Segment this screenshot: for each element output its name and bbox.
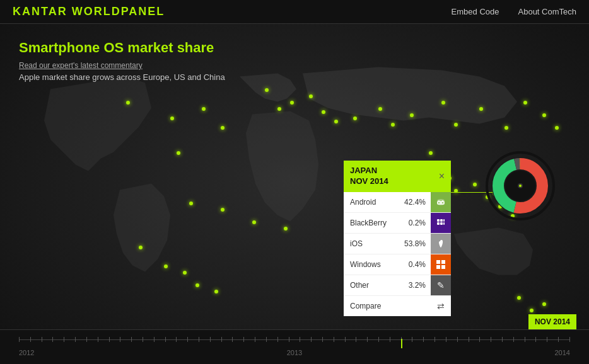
map-dot-23 — [221, 208, 225, 212]
timeline-tick-30[interactable] — [356, 337, 356, 342]
popup-compare-row[interactable]: Compare ⇄ — [344, 296, 451, 316]
map-dot-17 — [479, 107, 483, 111]
svg-rect-8 — [437, 222, 440, 225]
date-badge: NOV 2014 — [528, 314, 576, 329]
timeline-tick-42[interactable] — [491, 337, 491, 342]
map-dot-12 — [378, 107, 382, 111]
map-dot-13 — [391, 123, 395, 127]
timeline-tick-14[interactable] — [176, 337, 177, 342]
timeline-tick-31[interactable] — [367, 337, 368, 342]
timeline-tick-22[interactable] — [266, 337, 267, 342]
windows-value: 0.4% — [402, 256, 431, 273]
timeline-ticks — [19, 337, 570, 342]
timeline-tick-48[interactable] — [558, 337, 559, 342]
timeline-tick-9[interactable] — [120, 337, 120, 342]
map-dot-22 — [189, 202, 193, 205]
popup-row-ios: iOS 53.8% — [344, 234, 451, 254]
timeline-tick-33[interactable] — [390, 337, 390, 342]
timeline-tick-39[interactable] — [457, 337, 458, 342]
svg-rect-11 — [436, 260, 440, 264]
ios-label: iOS — [344, 235, 399, 253]
map-dot-16 — [454, 123, 458, 127]
timeline-tick-13[interactable] — [165, 337, 166, 342]
timeline-tick-10[interactable] — [131, 337, 132, 342]
embed-code-link[interactable]: Embed Code — [452, 7, 499, 16]
timeline-tick-26[interactable] — [311, 337, 312, 342]
timeline-tick-23[interactable] — [277, 337, 278, 342]
svg-rect-10 — [443, 222, 445, 225]
map-dot-5 — [265, 88, 269, 92]
timeline-tick-36[interactable] — [423, 337, 424, 342]
popup-row-windows: Windows 0.4% — [344, 254, 451, 275]
ios-icon — [431, 234, 451, 254]
popup-period: NOV 2014 — [350, 176, 388, 186]
map-dot-4 — [177, 151, 180, 155]
page-title: Smartphone OS market share — [19, 40, 570, 56]
map-dot-1 — [170, 117, 174, 120]
map-dot-27 — [164, 264, 168, 268]
map-dot-18 — [504, 126, 508, 130]
timeline-tick-43[interactable] — [502, 337, 503, 342]
timeline-tick-29[interactable] — [345, 337, 346, 342]
timeline-tick-32[interactable] — [378, 337, 379, 342]
map-dot-2 — [202, 107, 206, 111]
timeline-tick-17[interactable] — [210, 337, 211, 342]
timeline-tick-27[interactable] — [322, 337, 323, 342]
map-dot-28 — [183, 271, 187, 275]
timeline-tick-16[interactable] — [199, 337, 199, 342]
timeline-tick-35[interactable] — [412, 337, 412, 342]
timeline-tick-3[interactable] — [52, 337, 53, 342]
timeline-tick-20[interactable] — [243, 337, 244, 342]
map-dot-39 — [517, 296, 521, 300]
map-dot-26 — [139, 246, 143, 249]
timeline-tick-40[interactable] — [469, 337, 469, 342]
timeline-tick-18[interactable] — [221, 337, 222, 342]
timeline-tick-25[interactable] — [300, 337, 300, 342]
timeline-tick-21[interactable] — [255, 337, 255, 342]
map-dot-29 — [195, 283, 199, 287]
timeline-tick-37[interactable] — [434, 337, 435, 342]
timeline-track[interactable] — [0, 330, 589, 349]
popup-row-android: Android 42.4% — [344, 192, 451, 213]
map-dot-21 — [555, 126, 559, 130]
map-dot-25 — [284, 227, 288, 230]
timeline-tick-38[interactable] — [446, 337, 446, 342]
timeline-tick-19[interactable] — [232, 337, 233, 342]
timeline-tick-45[interactable] — [525, 337, 525, 342]
timeline-tick-7[interactable] — [98, 337, 98, 342]
map-dot-3 — [221, 126, 225, 130]
other-label: Other — [344, 276, 402, 294]
svg-point-4 — [442, 202, 443, 203]
map-dot-15 — [441, 101, 445, 105]
about-comtech-link[interactable]: About ComTech — [518, 7, 577, 16]
map-dot-19 — [523, 101, 527, 105]
compare-label: Compare — [350, 302, 381, 310]
popup-close-button[interactable]: × — [439, 171, 445, 181]
timeline-active-indicator — [401, 339, 402, 348]
subtitle-link[interactable]: Read our expert's latest commentary — [19, 61, 570, 70]
windows-label: Windows — [344, 256, 402, 273]
timeline-tick-44[interactable] — [513, 337, 514, 342]
timeline-tick-6[interactable] — [86, 337, 87, 342]
timeline-tick-49[interactable] — [569, 337, 570, 342]
other-value: 3.2% — [402, 276, 431, 294]
timeline-tick-15[interactable] — [187, 337, 188, 342]
svg-rect-13 — [436, 265, 440, 269]
timeline-tick-24[interactable] — [289, 337, 289, 342]
timeline-tick-0[interactable] — [19, 337, 20, 342]
timeline-tick-28[interactable] — [334, 337, 334, 342]
timeline-tick-46[interactable] — [535, 337, 536, 342]
timeline-tick-5[interactable] — [75, 337, 76, 342]
timeline-tick-1[interactable] — [30, 337, 31, 342]
year-2012: 2012 — [19, 349, 34, 356]
other-icon: ✎ — [431, 275, 451, 295]
timeline-tick-41[interactable] — [479, 337, 480, 342]
timeline-tick-4[interactable] — [64, 337, 64, 342]
timeline-tick-8[interactable] — [109, 337, 110, 342]
timeline-tick-12[interactable] — [154, 337, 155, 342]
timeline-tick-47[interactable] — [547, 337, 547, 342]
timeline: 2012 2013 2014 — [0, 329, 589, 364]
timeline-tick-2[interactable] — [42, 337, 42, 342]
timeline-tick-11[interactable] — [143, 337, 143, 342]
map-dot-14 — [410, 113, 414, 117]
